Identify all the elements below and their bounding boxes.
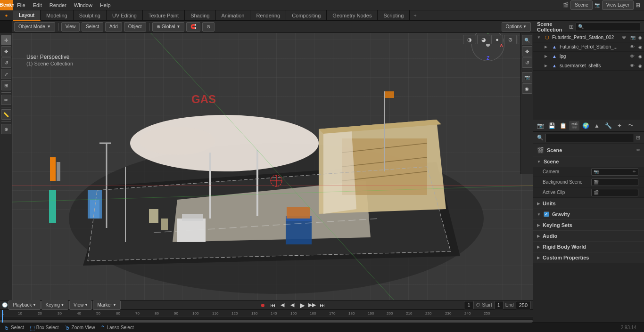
- proportional-edit[interactable]: ⊙: [202, 22, 215, 32]
- viewport-gizmo[interactable]: X Y Z: [471, 28, 504, 61]
- marker-menu[interactable]: Marker▼: [93, 300, 120, 310]
- keying-menu[interactable]: Keying▼: [41, 300, 69, 310]
- prop-scene-icon[interactable]: 🎬: [569, 121, 579, 130]
- visibility-eye-3[interactable]: 👁: [630, 54, 636, 59]
- camera-view[interactable]: 📷: [522, 72, 532, 82]
- frame-selected[interactable]: ◉: [522, 83, 532, 94]
- render-icon-3[interactable]: ◉: [638, 54, 644, 59]
- menu-file[interactable]: File: [13, 0, 29, 10]
- nav-rotate[interactable]: ↺: [522, 57, 532, 68]
- current-frame-input[interactable]: 1: [464, 301, 473, 309]
- viewport-shading-solid[interactable]: ◑: [463, 35, 476, 44]
- select-menu[interactable]: Select: [82, 22, 103, 32]
- view-menu[interactable]: View: [61, 22, 80, 32]
- object-mode-selector[interactable]: Object Mode ▼: [14, 22, 55, 32]
- nav-move[interactable]: ✥: [522, 46, 532, 57]
- scene-section-header[interactable]: ▼ Scene: [533, 156, 644, 167]
- render-icon-1[interactable]: ◉: [638, 35, 644, 40]
- prop-physics-icon[interactable]: 〜: [626, 121, 636, 130]
- rotate-tool[interactable]: ↺: [1, 57, 11, 68]
- camera-value[interactable]: 📷 ✏: [591, 168, 638, 176]
- visibility-eye-2[interactable]: 👁: [630, 44, 636, 49]
- audio-section-header[interactable]: ▶ Audio: [533, 231, 644, 241]
- transport-play[interactable]: ▶: [298, 301, 306, 309]
- end-frame-input[interactable]: 250: [516, 301, 531, 309]
- tab-layout[interactable]: Layout: [13, 10, 41, 21]
- start-frame-input[interactable]: 1: [494, 301, 504, 309]
- gravity-section-header[interactable]: ▼ ✓ Gravity: [533, 209, 644, 219]
- gravity-checkbox[interactable]: ✓: [544, 211, 549, 217]
- timeline-ruler[interactable]: 1 10 20 30 40 50 60 70 80 90 100 110 120…: [0, 310, 533, 323]
- tab-rendering[interactable]: Rendering: [250, 10, 286, 21]
- nav-zoom-in[interactable]: 🔍: [522, 35, 532, 45]
- camera-picker-icon[interactable]: ✏: [633, 170, 636, 174]
- tab-modeling[interactable]: Modeling: [41, 10, 74, 21]
- prop-output-icon[interactable]: 💾: [546, 121, 557, 130]
- prop-world-icon[interactable]: 🌍: [580, 121, 591, 130]
- units-section-header[interactable]: ▶ Units: [533, 198, 644, 209]
- gizmo-circle[interactable]: X Y Z: [471, 28, 504, 61]
- tab-sculpting[interactable]: Sculpting: [74, 10, 107, 21]
- viewport-shading-material[interactable]: ◕: [477, 35, 490, 44]
- scale-tool[interactable]: ⤢: [1, 69, 11, 79]
- outliner-item-petrol[interactable]: ▶ ▲ Futuristic_Petrol_Station_... 👁 ◉: [533, 42, 644, 52]
- annotate-tool[interactable]: ✏: [1, 95, 11, 105]
- options-button[interactable]: Options ▼: [502, 22, 531, 32]
- object-menu[interactable]: Object: [124, 22, 146, 32]
- viewport-overlay[interactable]: ⊙: [504, 35, 517, 44]
- view-layer-selector[interactable]: View Layer: [602, 0, 634, 10]
- prop-view-layer-icon[interactable]: 📋: [558, 121, 568, 130]
- transport-next-frame[interactable]: ▶▶: [308, 301, 316, 309]
- scene-edit-icon[interactable]: ✏: [636, 147, 640, 153]
- rigid-body-section-header[interactable]: ▶ Rigid Body World: [533, 242, 644, 252]
- tab-compositing[interactable]: Compositing: [286, 10, 327, 21]
- render-icon-4[interactable]: ◉: [638, 64, 644, 68]
- playhead[interactable]: [2, 310, 3, 323]
- tab-animation[interactable]: Animation: [216, 10, 251, 21]
- properties-search-input[interactable]: [545, 134, 634, 142]
- move-tool[interactable]: ✥: [1, 46, 11, 57]
- snap-toggle[interactable]: 🧲: [186, 22, 200, 32]
- menu-window[interactable]: Window: [70, 0, 96, 10]
- prop-modifier-icon[interactable]: 🔧: [603, 121, 613, 130]
- tab-texture-paint[interactable]: Texture Paint: [143, 10, 185, 21]
- transport-prev-frame[interactable]: ◀: [278, 301, 287, 309]
- measure-tool[interactable]: 📏: [1, 109, 11, 120]
- tab-geometry-nodes[interactable]: Geometry Nodes: [327, 10, 378, 21]
- render-icon-2[interactable]: ◉: [638, 45, 644, 49]
- camera-icon-1[interactable]: 📷: [630, 35, 636, 40]
- keying-section-header[interactable]: ▶ Keying Sets: [533, 220, 644, 230]
- tab-uv-editing[interactable]: UV Editing: [107, 10, 143, 21]
- visibility-eye-1[interactable]: 👁: [622, 35, 628, 40]
- menu-help[interactable]: Help: [96, 0, 115, 10]
- menu-render[interactable]: Render: [46, 0, 70, 10]
- prop-object-icon[interactable]: ▲: [592, 121, 602, 130]
- transform-global[interactable]: ⊕ Global ▼: [152, 22, 185, 32]
- transport-record[interactable]: ⏺: [258, 301, 267, 309]
- viewport-shading-rendered[interactable]: ●: [491, 35, 503, 44]
- visibility-eye-4[interactable]: 👁: [630, 63, 636, 68]
- outliner-item-scene[interactable]: ▼ ⬡ Futuristic_Petrol_Station_002 👁 📷 ◉: [533, 33, 644, 42]
- outliner-item-lpg[interactable]: ▶ ▲ lpg 👁 ◉: [533, 52, 644, 61]
- scene-selector[interactable]: Scene: [570, 0, 592, 10]
- prop-render-icon[interactable]: 📷: [535, 121, 545, 130]
- timeline-view-menu[interactable]: View▼: [69, 300, 92, 310]
- active-clip-value[interactable]: 🎬: [591, 189, 638, 196]
- custom-props-section-header[interactable]: ▶ Custom Properties: [533, 252, 644, 263]
- transform-tool[interactable]: ⊞: [1, 80, 11, 90]
- playback-menu[interactable]: Playback▼: [8, 300, 41, 310]
- transport-play-back[interactable]: ◀: [288, 301, 297, 309]
- gizmo-z-axis[interactable]: Z: [487, 56, 489, 61]
- tab-shading[interactable]: Shading: [185, 10, 215, 21]
- prop-particles-icon[interactable]: ✦: [614, 121, 625, 130]
- add-cube-tool[interactable]: ⊕: [1, 124, 11, 134]
- tab-scripting[interactable]: Scripting: [378, 10, 410, 21]
- background-scene-value[interactable]: 🎬: [591, 178, 638, 186]
- cursor-tool[interactable]: ✛: [1, 35, 11, 45]
- transport-jump-end[interactable]: ⏭: [318, 301, 326, 309]
- outliner-item-shelfs[interactable]: ▶ ▲ supermarket_shelfs 👁 ◉: [533, 61, 644, 71]
- menu-edit[interactable]: Edit: [29, 0, 46, 10]
- add-menu[interactable]: Add: [105, 22, 122, 32]
- outliner-search-input[interactable]: [576, 23, 640, 31]
- add-workspace-button[interactable]: +: [410, 12, 420, 19]
